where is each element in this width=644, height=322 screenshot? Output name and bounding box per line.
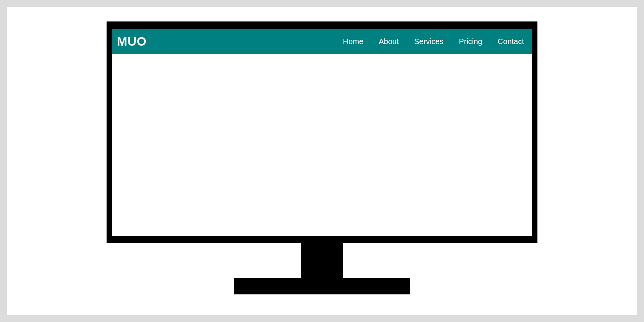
nav-link-contact[interactable]: Contact <box>498 37 524 46</box>
nav-link-home[interactable]: Home <box>343 37 363 46</box>
monitor: MUO Home About Services Pricing Contact <box>107 21 537 294</box>
nav-link-about[interactable]: About <box>379 37 399 46</box>
monitor-screen: MUO Home About Services Pricing Contact <box>112 29 532 236</box>
page-canvas: MUO Home About Services Pricing Contact <box>7 7 637 315</box>
monitor-stand-neck <box>301 243 343 278</box>
monitor-stand-base <box>234 278 410 294</box>
nav-links: Home About Services Pricing Contact <box>343 37 524 46</box>
monitor-bezel: MUO Home About Services Pricing Contact <box>107 21 537 243</box>
navbar: MUO Home About Services Pricing Contact <box>112 29 532 54</box>
nav-link-services[interactable]: Services <box>414 37 444 46</box>
brand-logo[interactable]: MUO <box>117 34 147 49</box>
nav-link-pricing[interactable]: Pricing <box>459 37 482 46</box>
